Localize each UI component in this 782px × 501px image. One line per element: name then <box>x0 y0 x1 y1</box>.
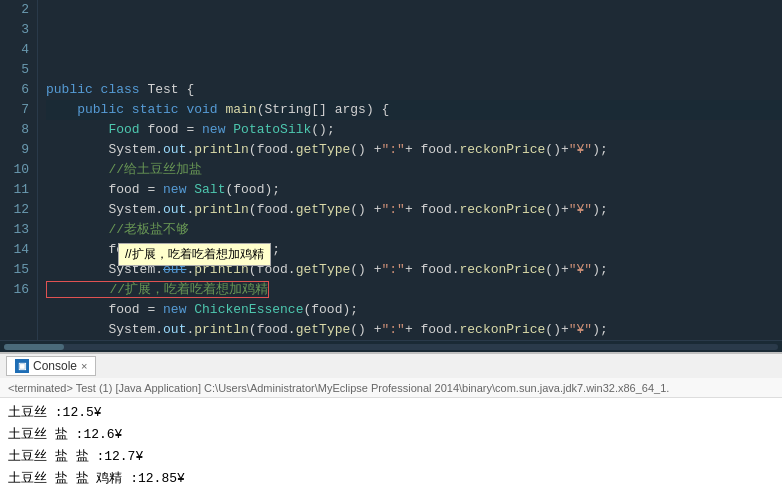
line-number: 4 <box>8 40 29 60</box>
console-output-line: 土豆丝 :12.5¥ <box>8 402 774 424</box>
console-section: ▣ Console × <terminated> Test (1) [Java … <box>0 352 782 501</box>
code-token: out <box>163 140 186 160</box>
line-number: 2 <box>8 0 29 20</box>
console-output: 土豆丝 :12.5¥土豆丝 盐 :12.6¥土豆丝 盐 盐 :12.7¥土豆丝 … <box>0 398 782 501</box>
code-editor: 2345678910111213141516 public class Test… <box>0 0 782 340</box>
code-token: . <box>186 200 194 220</box>
line-number: 14 <box>8 240 29 260</box>
scrollbar-track[interactable] <box>4 344 778 350</box>
code-token: void <box>186 100 225 120</box>
code-token: ()+ <box>545 200 568 220</box>
code-token: () + <box>350 200 381 220</box>
code-line: //老板盐不够 <box>46 220 782 240</box>
code-token: "¥" <box>569 200 592 220</box>
code-token: getType <box>296 320 351 340</box>
code-line <box>46 60 782 80</box>
code-token: System. <box>46 320 163 340</box>
code-token: ()+ <box>545 320 568 340</box>
code-token: println <box>194 320 249 340</box>
line-number: 6 <box>8 80 29 100</box>
code-token: ); <box>592 140 608 160</box>
scrollbar-thumb[interactable] <box>4 344 64 350</box>
code-token: reckonPrice <box>460 140 546 160</box>
code-token: food = <box>140 120 202 140</box>
code-token: (food); <box>303 300 358 320</box>
code-token: "¥" <box>569 320 592 340</box>
code-token: () + <box>350 320 381 340</box>
code-token: . <box>186 140 194 160</box>
code-area[interactable]: public class Test { public static void m… <box>38 0 782 340</box>
code-token: //扩展，吃着吃着想加鸡精 <box>46 280 269 300</box>
line-number: 13 <box>8 220 29 240</box>
code-token: reckonPrice <box>460 200 546 220</box>
console-icon: ▣ <box>15 359 29 373</box>
code-token: static <box>132 100 187 120</box>
code-line: Food food = new PotatoSilk(); <box>46 120 782 140</box>
code-token: //给土豆丝加盐 <box>46 160 202 180</box>
code-token: (); <box>311 120 334 140</box>
console-header: ▣ Console × <box>0 352 782 378</box>
code-token: new <box>202 120 233 140</box>
code-token: getType <box>296 140 351 160</box>
line-number: 5 <box>8 60 29 80</box>
code-token: println <box>194 200 249 220</box>
code-line: //扩展，吃着吃着想加鸡精 <box>46 280 782 300</box>
code-token: out <box>163 200 186 220</box>
code-token: (food); <box>225 180 280 200</box>
line-number: 3 <box>8 20 29 40</box>
console-tab[interactable]: ▣ Console × <box>6 356 96 376</box>
code-token: PotatoSilk <box>233 120 311 140</box>
code-token: + food. <box>405 320 460 340</box>
terminated-message: <terminated> Test (1) [Java Application]… <box>8 382 669 394</box>
code-token: ()+ <box>545 260 568 280</box>
code-token: main <box>225 100 256 120</box>
code-token: class <box>101 80 148 100</box>
code-token: ":" <box>382 320 405 340</box>
code-token: (food. <box>249 200 296 220</box>
console-close-button[interactable]: × <box>81 360 87 372</box>
code-token: println <box>194 140 249 160</box>
code-token: ); <box>592 200 608 220</box>
console-output-line: 土豆丝 盐 盐 鸡精 :12.85¥ <box>8 468 774 490</box>
console-terminated-text: <terminated> Test (1) [Java Application]… <box>0 378 782 398</box>
code-token: (String[] args) { <box>257 100 390 120</box>
console-output-line: 土豆丝 盐 盐 :12.7¥ <box>8 446 774 468</box>
code-line: //给土豆丝加盐 <box>46 160 782 180</box>
code-token: getType <box>296 200 351 220</box>
code-token: ()+ <box>545 140 568 160</box>
code-token: "¥" <box>569 140 592 160</box>
code-line: System.out.println(food.getType() +":"+ … <box>46 200 782 220</box>
code-line: System.out.println(food.getType() +":"+ … <box>46 320 782 340</box>
tooltip-highlighted-comment: //扩展，吃着吃着想加鸡精 <box>46 281 269 298</box>
tooltip: //扩展，吃着吃着想加鸡精 <box>118 243 271 266</box>
code-line: System.out.println(food.getType() +":"+ … <box>46 140 782 160</box>
line-number: 7 <box>8 100 29 120</box>
code-token: getType <box>296 260 351 280</box>
code-token: public <box>46 100 132 120</box>
console-output-line: 土豆丝 盐 :12.6¥ <box>8 424 774 446</box>
code-token: ":" <box>382 140 405 160</box>
line-number: 9 <box>8 140 29 160</box>
code-token: reckonPrice <box>460 260 546 280</box>
code-line: food = new Salt(food); <box>46 180 782 200</box>
code-token: ":" <box>382 200 405 220</box>
code-token: + food. <box>405 140 460 160</box>
code-token: Salt <box>194 180 225 200</box>
code-token: System. <box>46 200 163 220</box>
code-line: public class Test { <box>46 80 782 100</box>
code-token: ":" <box>382 260 405 280</box>
code-token: (food. <box>249 320 296 340</box>
line-number: 15 <box>8 260 29 280</box>
line-number: 10 <box>8 160 29 180</box>
editor-scrollbar[interactable] <box>0 340 782 352</box>
code-token: food = <box>46 180 163 200</box>
code-token: . <box>186 320 194 340</box>
code-token: Food <box>108 120 139 140</box>
code-token: new <box>163 300 194 320</box>
code-line: public static void main(String[] args) { <box>46 100 782 120</box>
code-token: ); <box>592 320 608 340</box>
code-token: ChickenEssence <box>194 300 303 320</box>
code-token: Test { <box>147 80 194 100</box>
code-token: () + <box>350 260 381 280</box>
code-token: (food. <box>249 140 296 160</box>
